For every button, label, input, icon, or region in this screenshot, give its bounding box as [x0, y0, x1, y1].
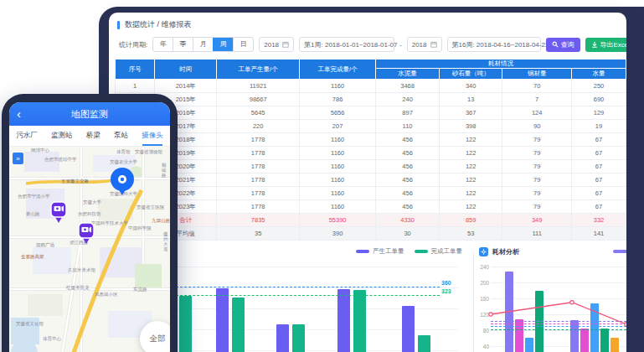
table-cell: 79 [502, 133, 572, 147]
phone-tab-监测站[interactable]: 监测站 [51, 126, 73, 146]
calendar-icon [430, 41, 437, 48]
map-label: 中国科学院 [128, 225, 152, 231]
table-cell: 1778 [217, 200, 300, 214]
map-label: 徽州大道 [162, 231, 168, 251]
phone-tab-泵站[interactable]: 泵站 [114, 126, 128, 146]
bar [590, 303, 599, 352]
reference-line [163, 287, 440, 287]
table-cell: 30 [376, 227, 440, 241]
reference-label: 360 [441, 280, 451, 286]
workorder-bar-chart: 产生工单量完成工单量360323 [163, 247, 469, 352]
bar [337, 289, 350, 352]
phone-mockup: ‹ 地图监测 污水厂监测站桥梁泵站摄像头 [2, 94, 178, 352]
table-cell: 122 [439, 147, 502, 160]
group-header: 耗材情况 [376, 60, 626, 69]
table-cell: 141 [572, 227, 626, 241]
bar [353, 290, 366, 352]
week-from-input[interactable]: 第1周: 2018-01-01~2018-01-07 [299, 37, 394, 52]
period-option[interactable]: 季 [173, 38, 193, 51]
table-cell: 67 [572, 147, 626, 160]
year-to-select[interactable]: 2018 [407, 37, 442, 52]
table-cell: 4330 [376, 214, 440, 227]
average-row: 平均值353903053111141 [116, 227, 626, 241]
map-label: 合肥市宁溪小学 [18, 194, 50, 199]
phone-page-title: 地图监测 [71, 108, 108, 121]
table-cell: 1160 [300, 147, 376, 160]
week-to-input[interactable]: 第16周: 2018-04-16~2018-04-22 [447, 37, 541, 52]
map-view[interactable]: 网球中心合肥市琥珀中学体育馆安徽农业大学安徽省博物馆桐城路五里墩立交桥合肥市宁溪… [9, 147, 170, 352]
table-cell: 859 [439, 214, 502, 227]
map-label: 网球中心 [31, 148, 50, 153]
table-cell: 390 [300, 227, 376, 241]
query-button[interactable]: 查询 [546, 38, 580, 52]
bar [216, 288, 229, 352]
phone-tab-桥梁[interactable]: 桥梁 [86, 126, 100, 146]
breadcrumb-accent [117, 21, 120, 29]
table-row: 72020年177811604561227967 [116, 160, 626, 173]
filter-label: 统计周期: [119, 40, 147, 49]
period-option[interactable]: 年 [153, 38, 173, 51]
right-chart-legend-swatch [613, 250, 626, 253]
bar [402, 306, 415, 352]
reference-line [163, 295, 440, 296]
phone-tab-污水厂[interactable]: 污水厂 [16, 126, 38, 146]
table-cell: 398 [439, 120, 502, 133]
map-expand-button[interactable]: » [13, 153, 23, 164]
map-label: 五里墩立交桥 [61, 179, 90, 184]
map-label: 合肥科技馆 [78, 211, 101, 217]
period-option[interactable]: 月 [193, 38, 213, 51]
table-cell: 367 [439, 106, 502, 120]
map-label: 桐城路 [161, 163, 167, 178]
table-cell: 19 [572, 120, 626, 133]
year-from-select[interactable]: 2018 [259, 37, 294, 52]
period-segmented-control: 年季月周日 [152, 37, 254, 52]
phone-header: ‹ 地图监测 [9, 102, 170, 126]
table-cell: 1160 [300, 173, 376, 187]
table-cell: 1160 [300, 200, 376, 214]
table-cell: 11921 [217, 80, 300, 93]
y-tick: 240 [477, 264, 489, 270]
period-option[interactable]: 日 [233, 38, 253, 51]
bar [570, 320, 579, 352]
sub-column-header: 水量 [572, 69, 626, 80]
phone-tab-摄像头[interactable]: 摄像头 [142, 126, 163, 146]
table-cell: 1778 [217, 160, 300, 173]
y-tick: 160 [477, 296, 489, 302]
table-cell: 250 [572, 80, 626, 93]
filter-bar: 统计周期: 年季月周日 2018 第1周: 2018-01-01~2018-01… [119, 37, 626, 52]
table-cell: 5645 [217, 106, 300, 120]
table-cell: 220 [217, 120, 300, 133]
phone-tab-bar: 污水厂监测站桥梁泵站摄像头 [9, 126, 170, 147]
table-cell: 67 [572, 160, 626, 173]
table-cell: 124 [502, 106, 572, 120]
search-icon [552, 41, 559, 48]
table-cell: 1160 [300, 160, 376, 173]
legend-item[interactable]: 产生工单量 [356, 247, 404, 256]
map-label: 黄山路 [26, 211, 40, 216]
table-cell: 70 [502, 80, 572, 93]
bar [505, 272, 513, 352]
reference-line [491, 326, 626, 327]
back-icon[interactable]: ‹ [17, 107, 21, 120]
period-option[interactable]: 周 [213, 38, 233, 51]
table-cell: 67 [572, 133, 626, 147]
table-cell: 79 [502, 187, 572, 200]
bar [292, 324, 305, 352]
export-excel-button[interactable]: 导出Excel [585, 38, 627, 52]
table-cell: 67 [572, 187, 626, 200]
reference-line [491, 324, 626, 324]
range-separator: - [399, 41, 402, 49]
map-label: 九华山路 [152, 218, 170, 223]
table-cell: 7835 [217, 214, 300, 227]
table-cell: 456 [376, 173, 440, 187]
table-cell: 55390 [300, 214, 376, 227]
legend-item[interactable]: 完成工单量 [415, 247, 463, 256]
consumables-chart: 耗材分析 2402001601208040 [477, 247, 626, 352]
map-label: 体育中心 [43, 336, 62, 341]
column-header: 工单完成量/个 [300, 60, 376, 80]
bar [525, 338, 533, 352]
map-all-button[interactable]: 全部 [140, 321, 170, 352]
breadcrumb-text: 数据统计 / 维修报表 [125, 19, 192, 30]
table-cell: 690 [572, 93, 626, 106]
page: 数据统计 / 维修报表 统计周期: 年季月周日 2018 第1周: 2018-0… [0, 0, 644, 352]
